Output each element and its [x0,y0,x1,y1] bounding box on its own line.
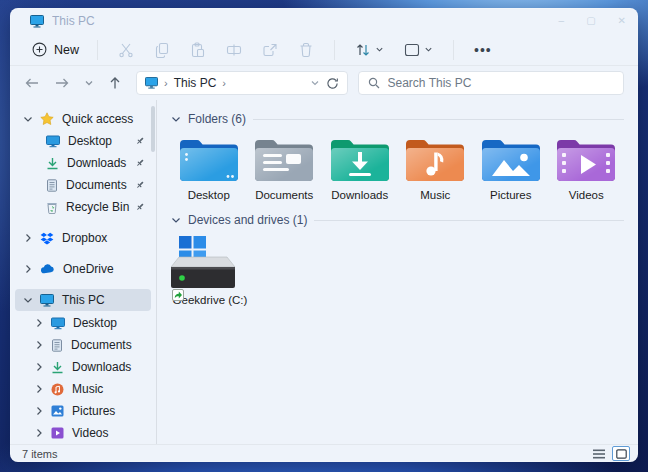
breadcrumb-separator: › [222,77,226,89]
plus-circle-icon [32,42,47,57]
details-view-button[interactable] [590,446,608,461]
folder-tile-videos[interactable]: Videos [549,135,625,201]
status-bar: 7 items [10,444,638,462]
forward-button[interactable] [54,76,70,90]
sidebar-item-recycle-bin[interactable]: Recycle Bin [15,196,151,218]
chevron-right-icon[interactable] [34,428,44,438]
sidebar-item-documents[interactable]: Documents [15,174,151,196]
pictures-icon [51,405,64,417]
downloads-icon [46,157,59,170]
star-icon [40,112,54,126]
large-thumbnails-view-button[interactable] [612,446,630,461]
file-explorer-window: This PC – ▢ ✕ New [10,8,638,462]
folders-section-header[interactable]: Folders (6) [171,112,624,126]
green-shortcut-arrow-icon [172,289,184,301]
sort-button[interactable] [349,38,390,62]
navigation-pane: Quick access Desktop Downloads Documents [10,100,157,444]
sidebar-item-onedrive[interactable]: OneDrive [15,258,151,280]
chevron-right-icon[interactable] [23,264,33,274]
desktop-wallpaper: This PC – ▢ ✕ New [0,0,648,472]
chevron-right-icon[interactable] [34,406,44,416]
search-input[interactable] [388,76,614,90]
chevron-right-icon[interactable] [23,233,33,243]
share-button[interactable] [252,38,288,62]
chevron-right-icon[interactable] [34,340,44,350]
sidebar-item-this-pc[interactable]: This PC [15,289,151,311]
chevron-right-icon[interactable] [34,362,44,372]
refresh-icon[interactable] [326,77,339,90]
items-count: 7 items [22,448,57,460]
folder-tile-downloads[interactable]: Downloads [322,135,398,201]
sidebar-item-pc-videos[interactable]: Videos [15,422,151,444]
folder-music-icon [404,135,466,185]
music-icon [51,383,64,396]
view-layout-icon [404,43,420,57]
sidebar-item-quick-access[interactable]: Quick access [15,108,151,130]
sidebar-item-desktop[interactable]: Desktop [15,130,151,152]
window-title: This PC [52,14,95,28]
command-toolbar: New [10,34,638,66]
up-button[interactable] [108,76,122,90]
sidebar-item-downloads[interactable]: Downloads [15,152,151,174]
chevron-right-icon[interactable] [34,318,44,328]
folder-tile-music[interactable]: Music [398,135,474,201]
see-more-button[interactable]: ••• [464,42,502,58]
recycle-bin-icon [46,201,58,214]
toolbar-separator [97,40,98,60]
desktop-icon [46,135,60,148]
sidebar-item-pc-documents[interactable]: Documents [15,334,151,356]
search-box[interactable] [358,71,624,95]
back-button[interactable] [24,76,40,90]
chevron-down-icon [424,45,433,54]
pin-icon[interactable] [135,180,145,190]
breadcrumb-separator: › [164,77,168,89]
chevron-down-icon [171,215,181,225]
copy-button[interactable] [144,38,180,62]
documents-icon [46,179,58,192]
sidebar-item-pc-desktop[interactable]: Desktop [15,312,151,334]
sidebar-item-pc-pictures[interactable]: Pictures [15,400,151,422]
folder-tile-pictures[interactable]: Pictures [473,135,549,201]
new-button[interactable]: New [24,38,87,61]
maximize-button[interactable]: ▢ [586,16,595,26]
pin-icon[interactable] [135,158,145,168]
section-divider [314,220,624,221]
chevron-down-icon[interactable] [23,114,33,124]
sidebar-item-dropbox[interactable]: Dropbox [15,227,151,249]
pin-icon[interactable] [135,136,145,146]
videos-icon [51,427,64,439]
sort-arrows-icon [355,42,371,58]
hard-drive-icon [171,256,249,291]
recent-locations-chevron-icon[interactable] [84,78,94,88]
this-pc-icon [40,294,54,307]
this-pc-icon [145,77,158,89]
folder-tile-documents[interactable]: Documents [247,135,323,201]
chevron-down-icon [171,114,181,124]
folder-downloads-icon [329,135,391,185]
address-row: › This PC › [10,66,638,100]
downloads-icon [51,361,64,374]
minimize-button[interactable]: – [559,16,565,26]
content-pane: Folders (6) Desktop [157,100,638,444]
dropbox-icon [40,232,54,245]
sidebar-item-pc-music[interactable]: Music [15,378,151,400]
address-bar[interactable]: › This PC › [136,71,348,95]
folder-desktop-icon [178,135,240,185]
breadcrumb-this-pc[interactable]: This PC [174,76,217,90]
rename-button[interactable] [216,38,252,62]
drives-grid: Geekdrive (C:) [171,236,624,306]
folder-tile-desktop[interactable]: Desktop [171,135,247,201]
view-button[interactable] [398,39,439,61]
devices-section-header[interactable]: Devices and drives (1) [171,213,624,227]
pin-icon[interactable] [135,202,145,212]
delete-button[interactable] [288,38,324,62]
chevron-down-icon[interactable] [23,295,33,305]
address-dropdown-chevron-icon[interactable] [310,78,320,88]
close-button[interactable]: ✕ [618,16,626,26]
cut-button[interactable] [108,38,144,62]
sidebar-item-pc-downloads[interactable]: Downloads [15,356,151,378]
drive-tile-geekdrive-c[interactable]: Geekdrive (C:) [171,236,249,306]
chevron-right-icon[interactable] [34,384,44,394]
paste-button[interactable] [180,38,216,62]
sidebar-scrollbar[interactable] [151,106,155,152]
